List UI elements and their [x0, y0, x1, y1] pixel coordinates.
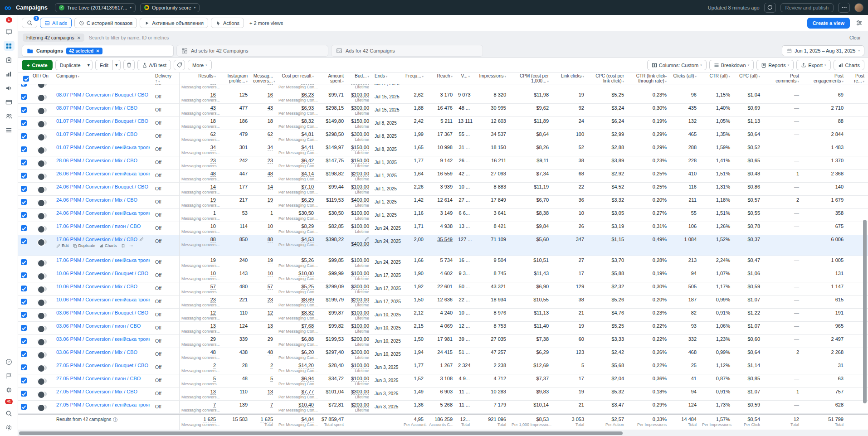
campaign-toggle[interactable] — [37, 174, 47, 179]
campaign-name-link[interactable]: 27.05 PNM / Conversion / пион / CBO — [56, 376, 150, 382]
results-value[interactable]: 18 — [181, 118, 216, 124]
view-tab-2[interactable]: Активные объявления — [140, 18, 208, 28]
view-tab-1[interactable]: С историей показов — [74, 18, 137, 28]
campaign-name-link[interactable]: 10.06 PNM / Conversion / кенійська троян… — [56, 297, 150, 303]
column-header-check[interactable] — [18, 73, 31, 84]
campaign-name-link[interactable]: 01.07 PNM / Conversion / кенійська троян… — [56, 145, 150, 150]
budget-value[interactable]: $100,00 — [349, 210, 369, 216]
cpr-value[interactable]: $5,25 — [278, 284, 314, 290]
table-row[interactable]: 03.06 PNM / Conversion / Bouquet / CBOOf… — [18, 309, 868, 322]
campaign-name-link[interactable]: 28.06 PNM / Conversion / Mix / CBO — [56, 158, 150, 164]
view-settings-sliders-icon[interactable] — [853, 18, 864, 29]
reports-button-label[interactable]: Reports▾ — [757, 60, 793, 70]
view-tab-0[interactable]: All ads — [40, 18, 72, 28]
cpr-value[interactable]: $8,69 — [278, 297, 314, 303]
campaign-toggle[interactable] — [37, 273, 47, 278]
row-checkbox[interactable] — [21, 338, 27, 344]
results-value[interactable]: 16 — [181, 92, 216, 98]
results-value[interactable]: 2 — [181, 363, 216, 368]
campaign-toggle[interactable] — [37, 326, 47, 331]
clipboard-icon[interactable] — [4, 55, 15, 65]
column-header-toggle[interactable]: Off / On — [31, 73, 54, 84]
campaign-toggle[interactable] — [37, 108, 47, 113]
business-gear-icon[interactable] — [4, 422, 15, 432]
billing-card-icon[interactable] — [4, 97, 15, 107]
conv-value-text[interactable]: 14 — [268, 184, 273, 190]
refresh-button[interactable] — [764, 3, 776, 13]
conv-value-text[interactable]: 10 — [268, 271, 273, 276]
conv-value-text[interactable]: 43 — [268, 105, 273, 111]
table-row[interactable]: 01.07 PNM / Conversion / Mix / CBOOff62M… — [18, 130, 868, 143]
cpr-value[interactable]: $6,20 — [278, 349, 314, 355]
conv-value-text[interactable]: 13 — [268, 389, 273, 395]
reach-link[interactable]: 35 549 — [437, 237, 453, 242]
edit-pencil-icon[interactable] — [139, 237, 144, 242]
conv-value-text[interactable]: 19 — [268, 197, 273, 203]
edit-button-label[interactable]: Edit — [96, 60, 112, 70]
cpr-value[interactable]: $4,53 — [278, 237, 314, 242]
cpr-value[interactable]: $7,68 — [278, 323, 314, 329]
clear-filters-button[interactable]: Clear — [849, 35, 863, 40]
campaign-name-link[interactable]: 10.06 PNM / Conversion / Bouquet / CBO — [56, 271, 150, 276]
cpr-value[interactable]: $30,50 — [278, 210, 314, 216]
chevron-down-icon[interactable]: ▾ — [85, 60, 93, 70]
conv-value-text[interactable]: 29 — [268, 336, 273, 342]
row-checkbox[interactable] — [21, 391, 27, 397]
budget-value[interactable]: $300,00 — [349, 349, 369, 355]
campaign-name-link[interactable]: 08.07 PNM / Conversion / Mix / CBO — [56, 105, 150, 111]
campaign-toggle[interactable] — [37, 300, 47, 305]
table-row[interactable]: 28.06 PNM / Conversion / Mix / CBOOff23M… — [18, 156, 868, 170]
column-header-impr[interactable]: Impressions▾ — [473, 73, 510, 84]
results-value[interactable]: 13 — [181, 389, 216, 395]
row-checkbox[interactable] — [21, 238, 27, 244]
row-action-charts[interactable]: Charts — [99, 243, 117, 248]
column-header-ends[interactable]: Ends▾ — [373, 73, 402, 84]
table-row[interactable]: 27.05 PNM / Conversion / пион / CBOOff5M… — [18, 374, 868, 388]
campaign-toggle[interactable] — [37, 286, 47, 291]
table-row[interactable]: 03.06 PNM / Conversion / пион / CBOOff13… — [18, 322, 868, 335]
campaign-toggle[interactable] — [37, 260, 47, 265]
column-header-comments[interactable]: Post comments▾ — [764, 73, 803, 84]
row-checkbox[interactable] — [21, 312, 27, 318]
column-header-lclicks[interactable]: Link clicks▾ — [552, 73, 588, 84]
campaign-toggle[interactable] — [37, 147, 47, 152]
campaign-toggle[interactable] — [37, 187, 47, 192]
horizontal-scrollbar[interactable] — [18, 430, 868, 436]
cpr-value[interactable]: $8,29 — [278, 223, 314, 229]
table-row[interactable]: 17.06 PNM / Conversion / кенійська троян… — [18, 256, 868, 269]
table-row[interactable]: 08.07 PNM / Conversion / Bouquet / CBOOf… — [18, 91, 868, 104]
campaign-toggle[interactable] — [37, 95, 47, 100]
row-checkbox[interactable] — [21, 199, 27, 205]
campaign-toggle[interactable] — [37, 121, 47, 126]
budget-value[interactable]: $150,00 — [349, 118, 369, 124]
column-header-spent[interactable]: Amount spent▾ — [317, 73, 347, 84]
breakdown-button-label[interactable]: Breakdown▾ — [710, 60, 754, 70]
budget-value[interactable]: $200,00 — [349, 402, 369, 408]
conv-value-text[interactable]: 18 — [268, 118, 273, 124]
table-row[interactable]: 10.06 PNM / Conversion / кенійська троян… — [18, 296, 868, 309]
row-action-edit[interactable]: Edit — [56, 243, 69, 248]
cpr-value[interactable]: $4,41 — [278, 145, 314, 150]
selected-count-chip[interactable]: 42 selected✕ — [66, 48, 102, 54]
column-header-conv[interactable]: Messag... convers...▾ — [251, 73, 277, 84]
conv-value-text[interactable]: 48 — [268, 349, 273, 355]
budget-value[interactable]: $100,00 — [349, 223, 369, 229]
table-row[interactable]: 10.06 PNM / Conversion / Mix / CBOOff57M… — [18, 282, 868, 296]
results-value[interactable]: 48 — [181, 349, 216, 355]
help-icon[interactable]: ? — [4, 357, 15, 367]
search-icon[interactable] — [4, 408, 15, 418]
results-value[interactable]: 14 — [181, 184, 216, 190]
results-value[interactable]: 19 — [181, 197, 216, 203]
results-value[interactable]: 12 — [181, 310, 216, 316]
column-header-cpm[interactable]: CPM (cost per 1,000...▾ — [510, 73, 552, 84]
vertical-scrollbar[interactable] — [863, 85, 867, 413]
column-header-delivery[interactable]: Delivery ↑▾ — [153, 73, 180, 84]
more-views-button[interactable]: + 2 more views — [247, 20, 286, 26]
row-checkbox[interactable] — [21, 225, 27, 231]
select-all-checkbox[interactable] — [23, 76, 29, 82]
conv-value-text[interactable]: 13 — [268, 323, 273, 329]
campaign-toggle[interactable] — [37, 239, 47, 244]
row-checkbox[interactable] — [21, 272, 27, 278]
row-checkbox[interactable] — [21, 120, 27, 126]
column-header-cpc[interactable]: CPC (cost per link click)▾ — [588, 73, 628, 84]
